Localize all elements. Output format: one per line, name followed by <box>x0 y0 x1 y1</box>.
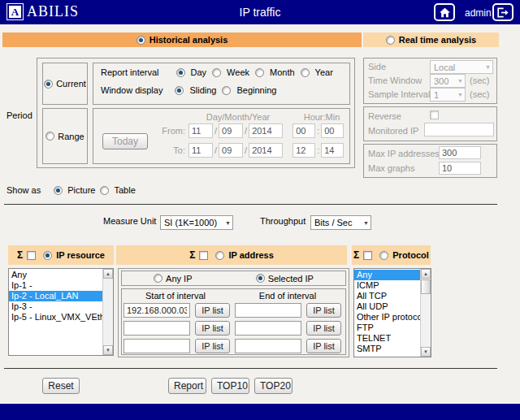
any-ip-radio[interactable] <box>154 274 162 283</box>
ip-list-button[interactable]: IP list <box>306 303 341 318</box>
range-radio[interactable] <box>46 132 54 141</box>
interval-day-radio[interactable] <box>176 68 185 77</box>
show-table-label: Table <box>114 185 135 195</box>
interval-year-radio[interactable] <box>301 68 310 77</box>
from-day-input[interactable] <box>188 123 213 138</box>
measure-unit-dropdown[interactable]: SI (1K=1000) ▼ <box>160 215 233 230</box>
end-ip-input-2[interactable] <box>235 321 301 336</box>
scroll-up-icon[interactable]: ▲ <box>421 269 431 279</box>
time-window-dropdown[interactable]: 300 ▼ <box>430 74 466 88</box>
scroll-up-icon[interactable]: ▲ <box>103 269 113 279</box>
scroll-down-icon[interactable]: ▼ <box>421 347 431 357</box>
list-item[interactable]: Ip-3 - <box>9 301 102 312</box>
protocol-radio[interactable] <box>379 251 388 260</box>
start-ip-input-1[interactable] <box>124 303 190 318</box>
from-month-input[interactable] <box>219 123 243 138</box>
ip-resource-header[interactable]: Σ IP resource <box>8 245 114 265</box>
list-item[interactable]: ICMP <box>354 280 420 291</box>
from-year-input[interactable] <box>249 123 283 138</box>
end-ip-input-1[interactable] <box>235 303 301 318</box>
interval-day-label: Day <box>191 67 207 77</box>
sample-interval-dropdown[interactable]: 1 ▼ <box>430 88 466 102</box>
time-format-header: Hour:Min <box>297 112 347 122</box>
today-button[interactable]: Today <box>102 133 148 149</box>
tab-historical-analysis[interactable]: Historical analysis <box>2 32 362 47</box>
realtime-analysis-radio[interactable] <box>386 36 395 45</box>
list-item[interactable]: FTP <box>354 323 420 333</box>
tab-realtime-analysis[interactable]: Real time analysis <box>363 32 499 47</box>
window-sliding-radio[interactable] <box>175 86 184 95</box>
ip-resource-listbox[interactable]: Any Ip-1 - Ip-2 - Local_LAN Ip-3 - Ip-5 … <box>8 268 114 356</box>
interval-month-radio[interactable] <box>255 68 264 77</box>
ip-address-radio[interactable] <box>215 251 224 260</box>
top10-button[interactable]: TOP10 <box>211 378 249 394</box>
ip-resource-scrollbar[interactable]: ▲ ▼ <box>102 269 113 355</box>
from-hour-input[interactable] <box>292 123 315 138</box>
ip-address-header[interactable]: Σ IP address <box>116 245 347 265</box>
start-ip-input-3[interactable] <box>124 339 190 353</box>
end-interval-header: End of interval <box>232 291 343 301</box>
ip-list-button[interactable]: IP list <box>306 321 341 336</box>
end-ip-input-3[interactable] <box>235 339 301 353</box>
max-ip-input[interactable] <box>439 146 481 159</box>
ip-resource-radio[interactable] <box>43 251 52 260</box>
interval-week-radio[interactable] <box>212 68 221 77</box>
report-button[interactable]: Report <box>168 378 206 394</box>
protocol-listbox[interactable]: Any ICMP All TCP All UDP Other IP protoc… <box>353 268 431 357</box>
range-option[interactable]: Range <box>42 108 88 164</box>
protocol-sum-checkbox[interactable] <box>363 251 372 260</box>
side-dropdown[interactable]: Local ▼ <box>430 60 493 74</box>
chevron-down-icon: ▼ <box>222 220 231 226</box>
window-beginning-radio[interactable] <box>222 86 231 95</box>
current-option[interactable]: Current <box>42 63 88 105</box>
from-min-input[interactable] <box>321 123 344 138</box>
to-month-input[interactable] <box>219 143 243 158</box>
time-window-value: 300 <box>434 76 448 86</box>
list-item[interactable]: TELNET <box>354 333 420 344</box>
ip-resource-sum-checkbox[interactable] <box>27 251 36 260</box>
list-item[interactable]: Any <box>9 270 102 280</box>
throughput-dropdown[interactable]: Bits / Sec ▼ <box>310 215 371 230</box>
monitored-ip-input[interactable] <box>424 123 494 136</box>
to-year-input[interactable] <box>249 143 283 158</box>
top20-button[interactable]: TOP20 <box>254 378 292 394</box>
reverse-checkbox[interactable] <box>430 110 439 119</box>
max-graphs-input[interactable] <box>439 162 481 175</box>
any-ip-option[interactable]: Any IP <box>154 274 192 284</box>
sigma-label: Σ <box>189 249 195 261</box>
list-item[interactable]: All UDP <box>354 301 420 312</box>
ip-address-sum-checkbox[interactable] <box>199 251 208 260</box>
to-min-input[interactable] <box>321 143 344 158</box>
show-picture-radio[interactable] <box>54 186 63 195</box>
list-item-selected[interactable]: Ip-2 - Local_LAN <box>9 291 102 301</box>
reset-button[interactable]: Reset <box>42 378 80 394</box>
list-item[interactable]: SMTP <box>354 344 420 354</box>
protocol-scrollbar[interactable]: ▲ ▼ <box>420 269 431 357</box>
list-item[interactable]: Ip-5 - Linux_VMX_VEth <box>9 312 102 323</box>
username: admin <box>465 7 492 19</box>
list-item[interactable]: Ip-1 - <box>9 280 102 291</box>
ip-list-button[interactable]: IP list <box>306 339 341 353</box>
scrollbar-thumb[interactable] <box>421 279 431 294</box>
current-radio[interactable] <box>44 80 53 89</box>
list-item[interactable]: All TCP <box>354 291 420 301</box>
list-item-selected[interactable]: Any <box>354 270 420 280</box>
list-item[interactable]: Other IP protocol <box>354 312 420 323</box>
selected-ip-radio[interactable] <box>256 274 265 283</box>
start-ip-input-2[interactable] <box>124 321 190 336</box>
from-row: From: / / : <box>153 123 344 138</box>
ip-list-button[interactable]: IP list <box>195 321 230 336</box>
to-hour-input[interactable] <box>292 143 315 158</box>
selected-ip-option[interactable]: Selected IP <box>256 274 314 284</box>
historical-analysis-radio[interactable] <box>136 36 145 45</box>
show-as-label: Show as <box>6 185 41 195</box>
max-graphs-label: Max graphs <box>368 163 414 173</box>
scroll-down-icon[interactable]: ▼ <box>103 345 113 355</box>
protocol-header[interactable]: Σ Protocol <box>352 245 431 265</box>
show-table-radio[interactable] <box>100 186 109 195</box>
home-button[interactable] <box>434 3 455 21</box>
ip-list-button[interactable]: IP list <box>195 303 230 318</box>
logout-button[interactable] <box>492 3 514 21</box>
ip-list-button[interactable]: IP list <box>195 339 230 353</box>
to-day-input[interactable] <box>188 143 213 158</box>
